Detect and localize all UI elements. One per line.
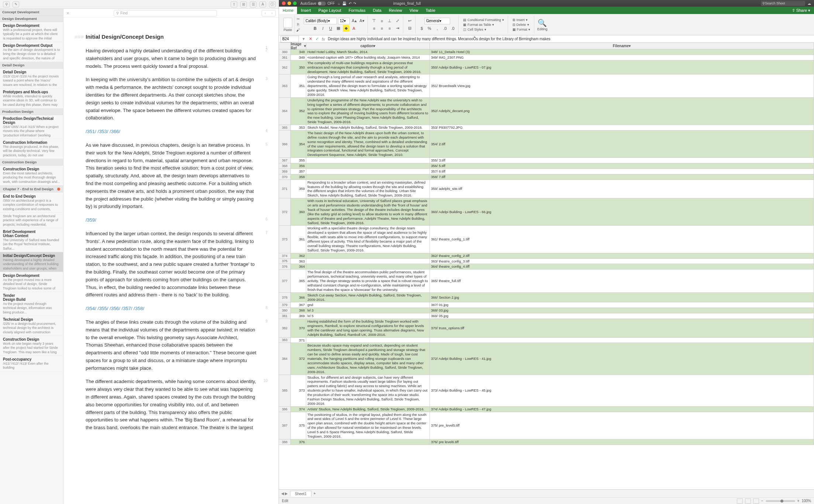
row-number[interactable]: 373: [279, 226, 291, 253]
table-row[interactable]: 377365The final design of the theatre ac…: [279, 270, 814, 292]
col-header-b[interactable]: caption ▾: [306, 43, 430, 49]
cell[interactable]: 355/ 3.tiff: [430, 158, 814, 163]
align-center-icon[interactable]: ≡: [379, 25, 385, 32]
cell[interactable]: 352: [291, 98, 306, 125]
cell[interactable]: [306, 253, 430, 258]
increase-font-icon[interactable]: A▴: [351, 18, 358, 24]
sidebar-section-header[interactable]: Construction Design: [0, 159, 63, 166]
info-icon[interactable]: ⓘ: [269, 1, 276, 7]
currency-icon[interactable]: $: [418, 25, 425, 32]
border-button[interactable]: ▦: [335, 25, 342, 32]
prev-arrow[interactable]: ‹: [262, 10, 269, 16]
save-icon[interactable]: 💾: [342, 1, 346, 6]
col-header-a[interactable]: Image Ref ▾: [291, 43, 306, 49]
document-sidebar[interactable]: Concept DevelopmentDesign DevelopmentDes…: [0, 9, 63, 504]
row-number[interactable]: 363: [279, 74, 291, 97]
sidebar-section-header[interactable]: Concept Development: [0, 9, 63, 15]
close-window[interactable]: [282, 1, 286, 5]
table-row[interactable]: 381369lvl 5369/ 05.jpg: [279, 313, 814, 319]
row-number[interactable]: 370: [279, 174, 291, 180]
cell[interactable]: 368/ 03.jpg: [430, 308, 814, 313]
cell[interactable]: 370/ truss_options.tiff: [430, 319, 814, 337]
reference-link[interactable]: /359/: [86, 217, 96, 223]
delete-cells-button[interactable]: ⊟ Delete ▾: [511, 22, 532, 27]
zoom-in-icon[interactable]: +: [797, 499, 800, 503]
cell[interactable]: 367: [291, 302, 306, 307]
align-top-icon[interactable]: ⊤: [371, 18, 377, 24]
conditional-formatting-button[interactable]: ▤ Conditional Formatting ▾: [462, 18, 506, 22]
reference-link[interactable]: /351/ /353/ /366/: [86, 129, 120, 134]
next-arrow[interactable]: ›: [269, 10, 275, 16]
cell[interactable]: 348: [291, 49, 306, 55]
cell[interactable]: 356: [291, 163, 306, 168]
decimal-inc-icon[interactable]: .0: [442, 25, 448, 32]
font-name-select[interactable]: Calibri (Body) ▾: [304, 18, 337, 24]
paragraph[interactable]: In keeping with the university's ambitio…: [86, 76, 256, 122]
table-row[interactable]: 384372Because studio space may expand an…: [279, 343, 814, 375]
sidebar-section-header[interactable]: Chapter 7 - End to End Design: [0, 185, 63, 193]
row-number[interactable]: 372: [279, 198, 291, 225]
row-number[interactable]: 385: [279, 375, 291, 406]
view-icon[interactable]: ☰: [250, 1, 256, 7]
table-row[interactable]: 382370Having established the form of the…: [279, 319, 814, 338]
table-row[interactable]: 366354The basic design of the New Adelph…: [279, 131, 814, 158]
paste-button[interactable]: Paste: [283, 18, 292, 32]
cell[interactable]: 356/ 5.tiff: [430, 163, 814, 168]
cell[interactable]: 375: [291, 412, 306, 439]
cell[interactable]: 359/ adelphi_site.tiff: [430, 180, 814, 198]
cell[interactable]: 363/ theatre_config_3.tiff: [430, 259, 814, 264]
sidebar-item[interactable]: Post-occupancy/411/ /412/ /413/ Even aft…: [0, 356, 63, 372]
row-number[interactable]: 379: [279, 302, 291, 307]
row-number[interactable]: 380: [279, 308, 291, 313]
ribbon-tab-data[interactable]: Data: [369, 7, 385, 14]
cell[interactable]: 349/ IMG_2307.PNG: [430, 55, 814, 60]
row-number[interactable]: 365: [279, 125, 291, 130]
paragraph[interactable]: /359/6: [86, 216, 256, 224]
cell[interactable]: 350/ Adelpi Building - LowRES - 07.jpg: [430, 60, 814, 74]
table-row[interactable]: 364352Underlying the programme of the Ne…: [279, 98, 814, 125]
font-size-select[interactable]: 12 ▾: [338, 18, 350, 24]
font-color-button[interactable]: A: [351, 25, 357, 32]
table-row[interactable]: 387375The positioning of studios, in the…: [279, 412, 814, 439]
bold-button[interactable]: B: [312, 25, 318, 32]
close-icon[interactable]: ×: [66, 10, 69, 16]
cell[interactable]: 376/ pre level6.tiff: [430, 439, 814, 445]
table-row[interactable]: 386374Artists' Studios, New Adelphi Buil…: [279, 407, 814, 412]
cell[interactable]: With roots in technical education, Unive…: [306, 198, 430, 225]
cell[interactable]: 364: [291, 264, 306, 269]
table-row[interactable]: 383371: [279, 338, 814, 343]
redo-icon[interactable]: ↷: [353, 1, 356, 6]
table-row[interactable]: 362350The complexity of multi-use buildi…: [279, 60, 814, 75]
row-number[interactable]: 364: [279, 98, 291, 125]
cell[interactable]: 365/ theatre_full.tiff: [430, 270, 814, 292]
cancel-icon[interactable]: ✕: [307, 37, 314, 41]
cell[interactable]: Sketch Cut-away Section, New Adelphi Bui…: [306, 293, 430, 302]
cell[interactable]: Hotel Hotel Lobby, March Studio, 2014.: [306, 49, 430, 55]
row-number[interactable]: 361: [279, 55, 291, 60]
page-break-view-icon[interactable]: [753, 498, 759, 504]
zoom-slider[interactable]: [766, 500, 795, 502]
row-number[interactable]: 377: [279, 270, 291, 292]
sidebar-item[interactable]: Stride Treglown are an architectural pra…: [0, 213, 63, 228]
table-row[interactable]: 370358358/ 7.tiff: [279, 174, 814, 180]
row-number[interactable]: 382: [279, 319, 291, 337]
cell[interactable]: lvl 5: [306, 313, 430, 319]
cell[interactable]: Because studio space may expand and cont…: [306, 343, 430, 374]
sheet-tab[interactable]: Sheet1: [290, 491, 311, 497]
paragraph[interactable]: /351/ /353/ /366/4: [86, 128, 256, 136]
sidebar-item[interactable]: Initial Design/Concept DesignHaving deve…: [0, 252, 63, 272]
row-number[interactable]: 366: [279, 131, 291, 157]
cell[interactable]: Responding to a broader urban context, a…: [306, 180, 430, 198]
ribbon-tab-view[interactable]: View: [406, 7, 422, 14]
confirm-icon[interactable]: ✓: [314, 37, 320, 41]
normal-view-icon[interactable]: [737, 498, 743, 504]
fx-label[interactable]: fx: [320, 37, 327, 41]
comma-icon[interactable]: ,: [434, 25, 441, 32]
row-number[interactable]: 386: [279, 407, 291, 412]
table-row[interactable]: 376364364/ theatre_config_4.tiff: [279, 264, 814, 270]
sidebar-item[interactable]: Brief Development Urban ContextThe Unive…: [0, 228, 63, 252]
table-row[interactable]: 385373Studios, for different art and des…: [279, 375, 814, 407]
paragraph[interactable]: Having developed a highly detailed under…: [86, 47, 256, 70]
cell[interactable]: 376: [291, 439, 306, 445]
cell[interactable]: 375/ pre_level5.tiff: [430, 412, 814, 439]
